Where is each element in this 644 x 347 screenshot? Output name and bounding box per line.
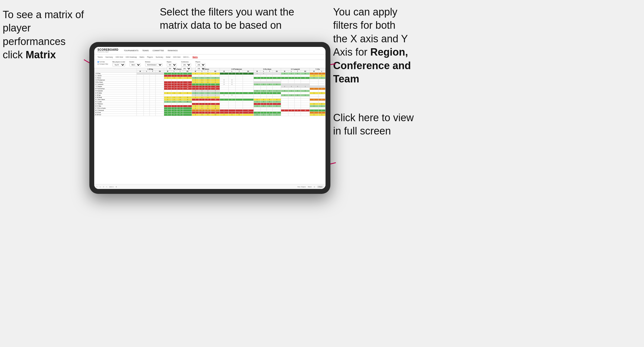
matrix-cell: 1 [211,81,220,83]
matrix-cell [261,81,266,83]
matrix-cell [156,101,164,103]
matrix-cell [236,77,243,79]
matrix-cell [177,79,183,81]
division-select[interactable]: NCAA Division I [145,63,162,66]
view-original-label[interactable]: View: Original [297,186,306,188]
nav-teams[interactable]: TEAMS [142,50,149,52]
compact-view-radio[interactable]: Compact View [97,63,108,65]
nav-tournaments[interactable]: TOURNAMENTS [124,50,138,52]
matrix-cell: 1 [310,92,318,94]
matrix-cell [266,73,272,75]
matrix-cell: 5 [318,112,325,114]
screen-icon[interactable]: ⊡ [314,186,315,188]
matrix-cell [211,101,220,103]
zoom-controls[interactable]: ⊞ ⊟ ⊡ [109,186,113,188]
matrix-cell [243,94,253,97]
tab-h2h-heatmap[interactable]: H2H Heatmap [126,56,137,58]
max-players-select[interactable]: Top 25 [112,63,125,66]
matrix-cell: 2 [192,112,199,114]
matrix-cell: -20 [211,112,220,114]
full-view-radio[interactable]: Full View [97,61,108,63]
matrix-cell [156,81,164,83]
matrix-cell [266,110,272,112]
conference-select-y[interactable]: (All) [181,67,191,70]
full-view-input[interactable] [97,61,99,63]
tab-teams[interactable]: Teams [97,56,103,58]
matrix-cell [228,110,236,112]
matrix-cell [150,81,156,83]
gender-select[interactable]: Men's [129,63,141,66]
settings-icon[interactable]: ⚙ [116,186,117,188]
matrix-cell [294,105,301,107]
matrix-cell [294,103,301,105]
matrix-cell [310,81,318,83]
tab-matrix-active[interactable]: Matrix [193,56,198,58]
matrix-cell: 2 [164,114,171,116]
nav-rankings[interactable]: RANKINGS [168,50,178,52]
matrix-cell: 2 [192,83,199,86]
tab-h2h-grid2[interactable]: H2H Grid [173,56,180,58]
nav-committee[interactable]: COMMITTEE [152,50,164,52]
matrix-cell: 0 [171,86,177,88]
tab-matrix[interactable]: Matrix [139,56,144,58]
conference-select-x[interactable]: (All) [181,63,191,66]
matrix-cell: 8 [272,105,281,107]
table-row: 2. L Clanton210-1622 [95,75,326,77]
tab-players[interactable]: Players [147,56,153,58]
matrix-cell [144,88,150,90]
matrix-container[interactable]: 1. W Ding 2. L Clanton 3. J Koivun 4. M … [94,68,326,189]
tab-h2hh[interactable]: H2H H... [183,56,190,58]
tab-detail[interactable]: Detail [166,56,170,58]
matrix-cell: 2 [192,105,199,107]
matrix-cell: 2 [199,86,205,88]
matrix-cell [228,97,236,99]
matrix-cell: 1 [192,73,199,75]
matrix-cell [150,112,156,114]
matrix-cell [301,114,310,116]
matrix-cell: 0 [171,81,177,83]
matrix-cell [144,107,150,110]
matrix-cell [281,101,288,103]
matrix-cell [144,77,150,79]
undo-icon[interactable]: ↩ [96,186,97,188]
redo-icon[interactable]: ↪ [100,186,101,188]
matrix-cell: 0 [205,86,211,88]
pointer-icon[interactable]: ↖ [106,186,107,188]
matrix-cell: 1 [310,88,318,90]
share-button[interactable]: Share [317,186,323,188]
matrix-cell: 6 [272,83,281,86]
matrix-cell [243,103,253,105]
matrix-cell: 0 [205,73,211,75]
matrix-cell: 0 [294,77,301,79]
matrix-cell: 1 [272,90,281,92]
matrix-cell: 3 [199,114,205,116]
matrix-cell: 1 [164,99,171,101]
matrix-cell: 1 [199,99,205,101]
tab-summary2[interactable]: Summary [156,56,163,58]
player-name: 3. J Koivun [95,77,137,79]
matrix-cell: 0 [294,73,301,75]
matrix-cell [236,99,243,101]
compact-view-input[interactable] [97,63,99,65]
refresh-icon[interactable]: ↺ [103,186,104,188]
matrix-cell: 0 [261,101,266,103]
matrix-cell: 0 [205,83,211,86]
tab-h2h-grid[interactable]: H2H Grid [116,56,123,58]
matrix-cell: 1 [220,114,228,116]
matrix-cell: 0 [310,105,318,107]
tab-summary[interactable]: Summary [105,56,113,58]
matrix-cell: 0 [281,90,288,92]
matrix-cell [136,114,144,116]
matrix-cell [150,90,156,92]
matrix-cell: 1 [261,92,266,94]
matrix-cell [310,79,318,81]
matrix-cell [301,81,310,83]
matrix-cell: 1 [177,88,183,90]
matrix-cell: 1 [171,99,177,101]
matrix-cell: 0 [266,103,272,105]
matrix-cell [281,83,288,86]
region-select-x[interactable]: N/A [167,63,177,66]
players-select-x[interactable]: (All) [196,63,206,66]
matrix-cell [156,79,164,81]
watch-button[interactable]: Watch [308,186,312,188]
